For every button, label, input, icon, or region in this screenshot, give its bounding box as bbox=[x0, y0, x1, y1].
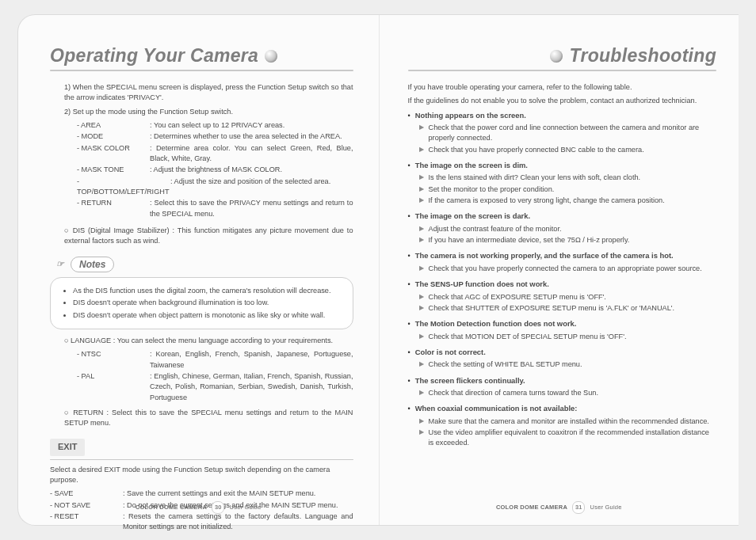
language-options: - NTSC: Korean, English, French, Spanish… bbox=[50, 349, 353, 403]
note-item: As the DIS function uses the digital zoo… bbox=[73, 286, 343, 296]
troubleshooting-heading: Nothing appears on the screen. bbox=[415, 111, 526, 120]
exit-intro: Select a desired EXIT mode using the Fun… bbox=[50, 465, 353, 486]
notes-box: As the DIS function uses the digital zoo… bbox=[50, 277, 353, 329]
troubleshooting-sublist: Check that the power cord and line conne… bbox=[408, 123, 717, 155]
troubleshooting-sublist: Make sure that the camera and monitor ar… bbox=[408, 416, 717, 449]
page-number-left: 30 bbox=[212, 501, 224, 514]
option-row: - TOP/BOTTOM/LEFT/RIGHT: Adjust the size… bbox=[77, 177, 353, 198]
option-label: - SAVE bbox=[50, 489, 116, 499]
troubleshooting-point: Check the setting of WHITE BAL SETUP men… bbox=[419, 359, 717, 370]
troubleshooting-heading: The image on the screen is dark. bbox=[415, 211, 530, 220]
footer-product-right: COLOR DOME CAMERA bbox=[496, 504, 567, 511]
troubleshooting-heading: The Motion Detection function does not w… bbox=[415, 319, 577, 328]
language-line: ○ LANGUAGE : You can select the menu lan… bbox=[50, 336, 353, 346]
option-desc: : English, Chinese, German, Italian, Fre… bbox=[150, 371, 353, 403]
privacy-options: - AREA: You can select up to 12 PRIVACY … bbox=[50, 120, 353, 219]
troubleshooting-point: Is the lens stained with dirt? Clean you… bbox=[419, 173, 717, 183]
troubleshooting-sublist: Check the setting of WHITE BAL SETUP men… bbox=[408, 359, 717, 370]
troubleshooting-point: Check that SHUTTER of EXPOSURE SETUP men… bbox=[419, 303, 717, 314]
heading-left-text: Operating Your Camera bbox=[50, 45, 258, 67]
return-line: ○ RETURN : Select this to save the SPECI… bbox=[50, 408, 353, 429]
note-item: DIS doesn't operate when background illu… bbox=[73, 298, 343, 308]
troubleshooting-point: Use the video amplifier equivalent to co… bbox=[419, 428, 717, 449]
page-number-right: 31 bbox=[572, 501, 585, 514]
troubleshooting-sublist: Adjust the contrast feature of the monit… bbox=[408, 224, 717, 246]
troubleshooting-point: Check that you have properly connected B… bbox=[419, 145, 717, 155]
notes-title: Notes bbox=[71, 257, 114, 272]
exit-rule bbox=[50, 459, 353, 460]
troubleshooting-point: If the camera is exposed to very strong … bbox=[419, 196, 717, 206]
troubleshooting-item: The Motion Detection function does not w… bbox=[408, 318, 717, 342]
option-row: - RESET: Resets the camera settings to t… bbox=[50, 511, 353, 533]
troubleshooting-item: Nothing appears on the screen.Check that… bbox=[408, 110, 717, 155]
troubleshooting-heading: The camera is not working properly, and … bbox=[415, 251, 674, 260]
option-label: - MASK COLOR bbox=[77, 143, 143, 165]
option-row: - MODE: Determines whether to use the ar… bbox=[77, 131, 353, 142]
dis-prefix: ○ DIS (Digital Image Stabilizer) : bbox=[64, 226, 174, 234]
option-label: - MODE bbox=[77, 131, 143, 142]
troubleshooting-point: Set the monitor to the proper condition. bbox=[419, 184, 717, 195]
troubleshooting-item: When coaxial communication is not availa… bbox=[408, 403, 717, 448]
troubleshooting-point: Make sure that the camera and monitor ar… bbox=[419, 416, 717, 427]
option-desc: : Adjust the brightness of MASK COLOR. bbox=[150, 165, 353, 175]
troubleshooting-point: Check that AGC of EXPOSURE SETUP menu is… bbox=[419, 292, 717, 302]
troubleshooting-item: The SENS-UP function does not work.Check… bbox=[408, 279, 717, 314]
globe-icon bbox=[265, 50, 277, 63]
troubleshooting-item: The screen flickers continually.Check th… bbox=[408, 375, 717, 399]
option-row: - AREA: You can select up to 12 PRIVACY … bbox=[77, 120, 353, 131]
troubleshooting-list: Nothing appears on the screen.Check that… bbox=[408, 110, 717, 449]
option-desc: : Korean, English, French, Spanish, Japa… bbox=[150, 349, 353, 371]
privacy-step-2: 2) Set up the mode using the Function Se… bbox=[50, 107, 353, 117]
option-label: - MASK TONE bbox=[77, 165, 143, 175]
troubleshooting-item: Color is not correct.Check the setting o… bbox=[408, 347, 717, 371]
troubleshooting-sublist: Check that you have properly connected t… bbox=[408, 264, 717, 274]
hand-icon: ☞ bbox=[56, 258, 64, 271]
troubleshooting-sublist: Check that AGC of EXPOSURE SETUP menu is… bbox=[408, 292, 717, 314]
troubleshooting-point: Check that MOTION DET of SPECIAL SETUP m… bbox=[419, 332, 717, 342]
troubleshooting-point: If you have an intermediate device, set … bbox=[419, 235, 717, 245]
exit-label: EXIT bbox=[50, 439, 85, 456]
footer-left: COLOR DOME CAMERA 30 User Guide bbox=[18, 501, 379, 514]
footer-right: COLOR DOME CAMERA 31 User Guide bbox=[380, 501, 739, 514]
troubleshooting-point: Check that you have properly connected t… bbox=[419, 264, 717, 274]
option-row: - PAL: English, Chinese, German, Italian… bbox=[77, 371, 353, 403]
option-label: - PAL bbox=[77, 371, 143, 403]
footer-guide-right: User Guide bbox=[590, 504, 622, 511]
dis-line: ○ DIS (Digital Image Stabilizer) : This … bbox=[50, 226, 353, 247]
option-label: - TOP/BOTTOM/LEFT/RIGHT bbox=[77, 177, 164, 198]
ts-intro-1: If you have trouble operating your camer… bbox=[408, 82, 717, 93]
option-desc: : Select this to save the PRIVACY menu s… bbox=[150, 198, 353, 219]
heading-right-text: Troubleshooting bbox=[569, 45, 716, 67]
troubleshooting-point: Adjust the contrast feature of the monit… bbox=[419, 224, 717, 234]
option-row: - SAVE: Save the current settings and ex… bbox=[50, 489, 353, 499]
footer-guide-left: User Guide bbox=[230, 504, 262, 511]
notes-list: As the DIS function uses the digital zoo… bbox=[60, 286, 343, 321]
troubleshooting-item: The camera is not working properly, and … bbox=[408, 250, 717, 274]
troubleshooting-heading: The SENS-UP function does not work. bbox=[415, 280, 549, 288]
right-body: If you have trouble operating your camer… bbox=[408, 82, 717, 449]
option-label: - AREA bbox=[77, 120, 143, 131]
heading-left: Operating Your Camera bbox=[50, 45, 353, 67]
troubleshooting-sublist: Check that direction of camera turns tow… bbox=[408, 388, 717, 398]
option-row: - MASK COLOR: Determine area color. You … bbox=[77, 143, 353, 165]
option-desc: : You can select up to 12 PRIVACY areas. bbox=[150, 120, 353, 131]
option-label: - NTSC bbox=[77, 349, 143, 371]
troubleshooting-heading: The image on the screen is dim. bbox=[415, 161, 528, 169]
option-desc: : Determines whether to use the area sel… bbox=[150, 131, 353, 142]
troubleshooting-sublist: Is the lens stained with dirt? Clean you… bbox=[408, 173, 717, 206]
option-label: - RETURN bbox=[77, 198, 143, 219]
troubleshooting-item: The image on the screen is dark.Adjust t… bbox=[408, 211, 717, 245]
globe-icon bbox=[550, 50, 563, 63]
troubleshooting-heading: When coaxial communication is not availa… bbox=[415, 404, 578, 413]
rule-right bbox=[408, 70, 717, 71]
page-left: Operating Your Camera 1) When the SPECIA… bbox=[18, 15, 379, 525]
option-desc: : Determine area color. You can select G… bbox=[150, 143, 353, 165]
page-spread: Operating Your Camera 1) When the SPECIA… bbox=[17, 14, 739, 526]
option-row: - NTSC: Korean, English, French, Spanish… bbox=[77, 349, 353, 371]
troubleshooting-heading: Color is not correct. bbox=[415, 348, 486, 356]
troubleshooting-sublist: Check that MOTION DET of SPECIAL SETUP m… bbox=[408, 332, 717, 342]
privacy-step-1: 1) When the SPECIAL menu screen is displ… bbox=[50, 82, 353, 104]
page-right: Troubleshooting If you have trouble oper… bbox=[379, 15, 739, 525]
option-desc: : Adjust the size and position of the se… bbox=[170, 177, 353, 198]
option-row: - RETURN: Select this to save the PRIVAC… bbox=[77, 198, 353, 219]
